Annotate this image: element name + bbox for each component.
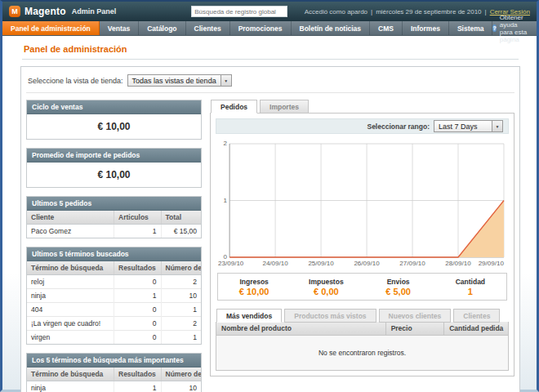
- stat-cantidad: Cantidad 1: [434, 278, 506, 296]
- cell-uses: 10: [161, 289, 201, 303]
- help-icon: ?: [492, 24, 496, 32]
- stat-impuestos: Impuestos € 0,00: [290, 278, 362, 296]
- stat-ingresos: Ingresos € 10,00: [218, 278, 290, 296]
- range-value: Last 7 Days: [434, 122, 492, 131]
- tab-importes[interactable]: Importes: [260, 100, 309, 114]
- table-row[interactable]: ¡La virgen que cuadro! 0 2: [27, 317, 201, 331]
- cell-results: 0: [114, 303, 162, 317]
- separator: |: [371, 8, 372, 16]
- cell-term: ninja: [27, 381, 114, 392]
- cell-uses: 2: [161, 317, 201, 331]
- header-user-info: Accedió como apardo | miércoles 29 de se…: [305, 8, 530, 16]
- column-header: Cantidad pedida: [444, 322, 509, 336]
- column-header: Resultados: [114, 368, 162, 381]
- svg-text:24/09/10: 24/09/10: [262, 260, 288, 267]
- tab-mas-vendidos[interactable]: Más vendidos: [216, 309, 282, 323]
- cell-results: 0: [114, 317, 162, 331]
- top-search-terms-table: Término de búsqueda Resultados Número de…: [27, 368, 201, 392]
- orders-panel: Seleccionar rango: Last 7 Days ▼ 23/09/1…: [210, 113, 514, 376]
- cell-uses: 1: [161, 303, 201, 317]
- column-header: Precio: [385, 322, 444, 336]
- svg-text:28/09/10: 28/09/10: [445, 260, 471, 267]
- top-search-terms-box: Los 5 términos de búsqueda más important…: [26, 353, 202, 392]
- tab-pedidos[interactable]: Pedidos: [211, 100, 257, 114]
- average-orders-value: € 10,00: [27, 163, 201, 187]
- table-row[interactable]: Paco Gomez 1 € 15,00: [27, 225, 201, 238]
- store-switcher-label: Seleccione la vista de tienda:: [28, 77, 123, 85]
- nav-catalogo[interactable]: Catálogo: [139, 21, 185, 35]
- column-header: Resultados: [114, 261, 162, 275]
- nav-informes[interactable]: Informes: [403, 21, 449, 35]
- column-header: Nombre del producto: [216, 322, 386, 336]
- range-select[interactable]: Last 7 Days ▼: [434, 120, 503, 132]
- nav-clientes[interactable]: Clientes: [186, 21, 230, 35]
- global-search-input[interactable]: [191, 6, 287, 17]
- main-nav: Panel de administración Ventas Catálogo …: [2, 21, 537, 36]
- chart-tabs: Pedidos Importes: [210, 100, 514, 114]
- dashboard-left-column: Ciclo de ventas € 10,00 Promedio de impo…: [26, 100, 202, 392]
- cell-term: ¡La virgen que cuadro!: [27, 317, 114, 331]
- chart-area: 23/09/1024/09/1025/09/1026/09/1027/09/10…: [216, 134, 509, 270]
- column-header: Número de usos: [161, 261, 201, 275]
- cell-term: 404: [27, 303, 114, 317]
- table-row[interactable]: ninja 1 10: [27, 381, 201, 392]
- average-orders-title: Promedio de importe de pedidos: [27, 149, 201, 163]
- column-header: Término de búsqueda: [27, 261, 114, 275]
- lifetime-sales-box: Ciclo de ventas € 10,00: [26, 100, 202, 140]
- svg-text:2: 2: [224, 140, 228, 148]
- nav-sistema[interactable]: Sistema: [449, 21, 493, 35]
- last-orders-title: Ultimos 5 pedidos: [27, 197, 201, 211]
- stat-label: Cantidad: [434, 278, 506, 286]
- cell-items: 1: [114, 225, 162, 238]
- help-link[interactable]: ? Obtener ayuda para esta página: [492, 21, 537, 35]
- separator: |: [485, 8, 487, 16]
- table-row[interactable]: reloj 0 2: [27, 275, 201, 289]
- nav-cms[interactable]: CMS: [370, 21, 403, 35]
- last-orders-box: Ultimos 5 pedidos Cliente Articulos Tota…: [26, 196, 202, 238]
- orders-chart: 23/09/1024/09/1025/09/1026/09/1027/09/10…: [217, 139, 507, 268]
- cell-customer: Paco Gomez: [27, 225, 114, 238]
- nav-dashboard[interactable]: Panel de administración: [2, 21, 100, 35]
- nav-boletin[interactable]: Boletín de noticias: [292, 21, 371, 35]
- last-search-terms-box: Ultimos 5 términos buscados Término de b…: [26, 247, 202, 345]
- totals-bar: Ingresos € 10,00 Impuestos € 0,00 Envios…: [217, 273, 507, 301]
- magento-logo-icon: M: [9, 6, 20, 17]
- chevron-down-icon: ▼: [492, 121, 502, 131]
- stat-label: Envios: [363, 278, 434, 286]
- dashboard-container: Seleccione la vista de tienda: Todas las…: [20, 66, 520, 392]
- average-orders-box: Promedio de importe de pedidos € 10,00: [26, 148, 202, 188]
- magento-logo: M Magento Admin Panel: [9, 6, 116, 17]
- cell-results: 1: [114, 381, 162, 392]
- nav-promociones[interactable]: Promociones: [230, 21, 292, 35]
- last-search-terms-title: Ultimos 5 términos buscados: [27, 247, 201, 261]
- tab-clientes[interactable]: Clientes: [453, 309, 500, 323]
- column-header: Total: [161, 211, 201, 225]
- svg-text:25/09/10: 25/09/10: [308, 260, 334, 267]
- products-table: Nombre del producto Precio Cantidad pedi…: [216, 322, 509, 371]
- page-body: Panel de administración Seleccione la vi…: [2, 36, 537, 392]
- cell-results: 0: [114, 331, 162, 345]
- stat-value: € 0,00: [290, 287, 362, 296]
- svg-text:0: 0: [224, 254, 228, 261]
- dashboard-right-column: Pedidos Importes Seleccionar rango: Last…: [210, 100, 514, 392]
- empty-records-text: No se encontraron registros.: [216, 336, 509, 371]
- store-view-select[interactable]: Todas las vistas de tienda ▼: [127, 74, 232, 87]
- store-view-value: Todas las vistas de tienda: [128, 77, 220, 85]
- table-row[interactable]: ninja 1 10: [27, 289, 201, 303]
- column-header: Número de usos: [161, 368, 201, 381]
- column-header: Articulos: [114, 211, 162, 225]
- logged-in-text: Accedió como apardo: [305, 8, 368, 16]
- stat-value: 1: [434, 287, 506, 296]
- nav-ventas[interactable]: Ventas: [100, 21, 139, 35]
- svg-text:23/09/10: 23/09/10: [218, 260, 244, 267]
- top-search-terms-title: Los 5 términos de búsqueda más important…: [27, 354, 201, 368]
- store-switcher-row: Seleccione la vista de tienda: Todas las…: [26, 72, 514, 93]
- table-row[interactable]: 404 0 1: [27, 303, 201, 317]
- tab-nuevos-clientes[interactable]: Nuevos clientes: [379, 309, 452, 323]
- tab-productos-mas-vistos[interactable]: Productos más vistos: [284, 309, 376, 323]
- stat-envios: Envios € 5,00: [363, 278, 434, 296]
- cell-uses: 2: [161, 275, 201, 289]
- table-row[interactable]: virgen 0 1: [27, 331, 201, 345]
- cell-term: reloj: [27, 275, 114, 289]
- cell-term: virgen: [27, 331, 114, 345]
